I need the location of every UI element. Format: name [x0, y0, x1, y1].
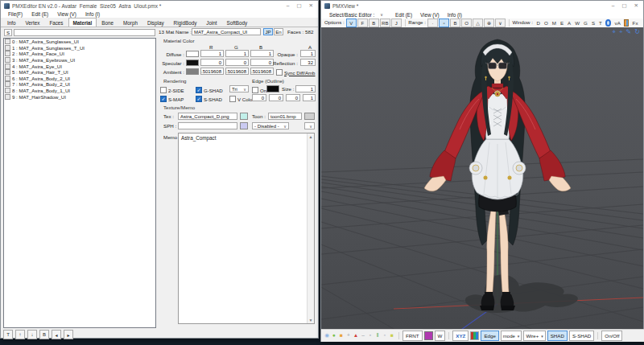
- tab[interactable]: Faces: [44, 18, 68, 27]
- menu-item[interactable]: File(F): [4, 11, 27, 17]
- option-button[interactable]: F: [357, 18, 368, 27]
- list-nav-button[interactable]: ▸: [64, 330, 73, 339]
- material-checkbox[interactable]: [5, 57, 10, 63]
- specular-b[interactable]: 0: [250, 59, 274, 66]
- scroll-down-icon[interactable]: ▼: [308, 318, 314, 322]
- minimize-icon[interactable]: –: [612, 3, 615, 9]
- display-toggle-icon[interactable]: ■: [338, 333, 345, 339]
- edge-g[interactable]: 0: [269, 94, 283, 101]
- gizmo-icon[interactable]: ↻: [634, 29, 640, 35]
- sph-preview-swatch[interactable]: [240, 122, 248, 129]
- display-toggle-icon[interactable]: ■: [389, 333, 395, 339]
- range-button[interactable]: ▫: [439, 18, 449, 27]
- axis-icon[interactable]: [470, 331, 479, 340]
- ambient-r[interactable]: 0.5019608: [200, 68, 224, 75]
- list-nav-button[interactable]: ↓: [27, 330, 37, 339]
- maximize-icon[interactable]: ▢: [296, 3, 301, 9]
- w-button[interactable]: W: [435, 331, 446, 341]
- filter-input[interactable]: [14, 29, 155, 36]
- option-button[interactable]: V: [346, 18, 357, 27]
- s-shad-checkbox[interactable]: S-SHAD: [196, 96, 222, 102]
- sph-mode-select[interactable]: - Disabled -∨: [252, 122, 289, 129]
- tab[interactable]: Info: [2, 18, 21, 27]
- material-checkbox[interactable]: [5, 69, 10, 75]
- window-toggle-button[interactable]: M: [550, 20, 558, 26]
- option-button[interactable]: B: [369, 18, 379, 27]
- wire-select[interactable]: Wire+▾: [523, 331, 545, 341]
- menu-item[interactable]: Edit (E): [391, 12, 416, 18]
- xyz-button[interactable]: XYZ: [452, 331, 469, 341]
- material-checkbox[interactable]: [5, 81, 10, 87]
- window-toggle-button[interactable]: D: [535, 20, 542, 26]
- tab[interactable]: Bone: [97, 18, 118, 27]
- menu-item[interactable]: Info (I): [444, 12, 466, 18]
- memo-scrollbar[interactable]: ▲ ▼: [307, 133, 314, 323]
- toon-browse-button[interactable]: [304, 113, 315, 120]
- edge-color-swatch[interactable]: [266, 85, 279, 92]
- two-side-checkbox[interactable]: 2-SIDE: [160, 87, 184, 93]
- option-button[interactable]: RB: [380, 18, 390, 27]
- window-toggle-button[interactable]: W: [573, 20, 582, 26]
- viewport-3d[interactable]: [321, 27, 643, 329]
- material-checkbox[interactable]: [5, 45, 10, 51]
- menu-item[interactable]: View (V): [53, 11, 80, 17]
- display-toggle-icon[interactable]: ▪: [367, 333, 374, 339]
- material-checkbox[interactable]: [5, 94, 10, 100]
- select-mode-menu[interactable]: Select/Basic Editor :: [325, 12, 378, 18]
- specular-g[interactable]: 0: [225, 59, 249, 66]
- diffuse-swatch[interactable]: [186, 51, 199, 57]
- range-button[interactable]: ·: [427, 18, 438, 27]
- window-toggle-button[interactable]: G: [582, 20, 590, 26]
- tab[interactable]: SoftBody: [222, 18, 253, 27]
- tex-preview-swatch[interactable]: [240, 113, 248, 120]
- display-toggle-icon[interactable]: ▲: [353, 333, 359, 339]
- gizmo-icon[interactable]: +: [619, 29, 623, 35]
- display-toggle-icon[interactable]: ●: [331, 333, 337, 339]
- diffuse-b[interactable]: 1: [250, 50, 274, 57]
- material-row[interactable]: 3 : MAT_Astra_Eyebrows_UI: [4, 57, 155, 64]
- gizmo-icon[interactable]: ✎: [626, 29, 632, 35]
- edge-r[interactable]: 0: [252, 94, 266, 101]
- material-row[interactable]: 1 : MAT_Astra_Sunglasses_T_UI: [4, 45, 155, 51]
- material-row[interactable]: 9 : MAT_HairShadow_UI: [4, 93, 155, 100]
- filter-button[interactable]: S: [4, 29, 12, 36]
- display-toggle-icon[interactable]: ◉: [324, 333, 330, 339]
- mode-select[interactable]: mode▾: [501, 331, 522, 341]
- gizmo-icon[interactable]: ⌖: [612, 29, 616, 35]
- reflection-input[interactable]: 32: [300, 59, 316, 66]
- edge-a[interactable]: 1: [303, 94, 316, 101]
- toon-input[interactable]: toon01.bmp: [268, 113, 302, 120]
- specular-r[interactable]: 0: [200, 59, 224, 66]
- edge-on-checkbox[interactable]: On: [252, 87, 266, 93]
- list-nav-button[interactable]: ◂: [52, 330, 61, 339]
- shad-button[interactable]: SHAD: [547, 331, 568, 341]
- diffuse-r[interactable]: 1: [200, 50, 224, 57]
- chevron-down-icon[interactable]: ∨: [380, 12, 383, 17]
- material-row[interactable]: 0 : MAT_Astra_Sunglasses_UI: [4, 39, 155, 45]
- option-button[interactable]: J: [391, 18, 402, 27]
- tab[interactable]: Material: [68, 18, 97, 27]
- range-button[interactable]: O: [461, 18, 472, 27]
- grid-view-icon[interactable]: [624, 19, 629, 27]
- material-checkbox[interactable]: [5, 88, 10, 93]
- ambient-g[interactable]: 0.5019608: [225, 68, 249, 75]
- tab[interactable]: Morph: [118, 18, 142, 27]
- window-toggle-button[interactable]: A: [566, 20, 573, 26]
- list-nav-button[interactable]: T: [3, 330, 13, 339]
- edge-b[interactable]: 0: [286, 94, 300, 101]
- target-icon[interactable]: [605, 19, 611, 27]
- lang-en-button[interactable]: En: [274, 28, 283, 35]
- window-toggle-button[interactable]: O: [542, 20, 550, 26]
- mat-name-input[interactable]: MAT_Astra_Compact_UI: [192, 28, 261, 35]
- opaque-input[interactable]: 1: [300, 50, 316, 57]
- material-checkbox[interactable]: [5, 39, 10, 44]
- edge-size-input[interactable]: 1: [295, 85, 316, 92]
- range-button[interactable]: ∨: [495, 18, 506, 27]
- g-shad-mode-select[interactable]: Tri∨: [229, 85, 249, 92]
- close-icon[interactable]: ✕: [309, 3, 313, 9]
- material-list[interactable]: 0 : MAT_Astra_Sunglasses_UI 1 : MAT_Astr…: [3, 38, 156, 328]
- material-row[interactable]: 7 : MAT_Astra_Body_2_UI: [4, 81, 155, 88]
- edge-toggle-button[interactable]: Edge: [481, 331, 498, 341]
- display-toggle-icon[interactable]: ▪: [382, 333, 388, 339]
- onoff-button[interactable]: On/Off: [601, 331, 622, 341]
